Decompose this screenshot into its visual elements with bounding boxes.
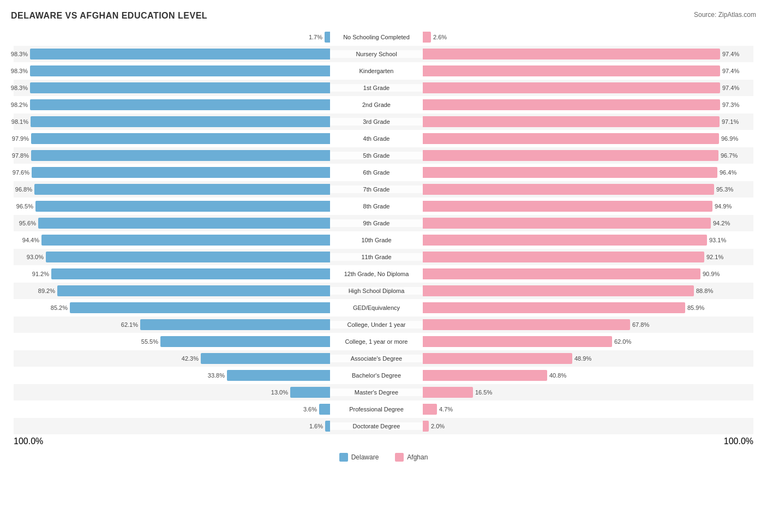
- bar-blue: [30, 82, 330, 93]
- right-value: 2.0%: [431, 423, 452, 429]
- bar-label: 1st Grade: [330, 84, 423, 92]
- bar-blue: [30, 65, 330, 76]
- bar-label: Bachelor's Degree: [330, 372, 423, 379]
- right-value: 90.9%: [703, 271, 723, 277]
- bar-pink: [423, 404, 437, 415]
- left-value: 3.6%: [296, 406, 317, 413]
- bar-label: No Schooling Completed: [330, 33, 423, 41]
- bar-blue: [31, 133, 330, 144]
- bar-pink: [423, 252, 704, 262]
- bar-blue: [41, 235, 330, 246]
- left-value: 85.2%: [47, 304, 68, 311]
- bar-label: High School Diploma: [330, 287, 423, 295]
- bar-label: 9th Grade: [330, 219, 423, 227]
- bar-row-wrapper: 95.6%9th Grade94.2%: [14, 215, 753, 231]
- right-value: 16.5%: [475, 389, 496, 396]
- right-value: 93.1%: [709, 237, 730, 243]
- right-value: 97.4%: [722, 68, 743, 74]
- bar-pink: [423, 150, 718, 161]
- right-value: 40.8%: [549, 372, 570, 379]
- legend-delaware-box: [339, 453, 348, 462]
- axis-labels: 100.0% 100.0%: [11, 437, 756, 446]
- bar-row-wrapper: 55.5%College, 1 year or more62.0%: [14, 333, 753, 350]
- left-value: 98.2%: [7, 101, 28, 108]
- legend-delaware: Delaware: [339, 453, 379, 462]
- right-value: 97.1%: [722, 118, 742, 125]
- left-value: 62.1%: [117, 321, 138, 328]
- bar-row-wrapper: 96.8%7th Grade95.3%: [14, 181, 753, 198]
- bar-label: College, Under 1 year: [330, 321, 423, 328]
- bar-label: 10th Grade: [330, 236, 423, 244]
- bar-row-wrapper: 97.8%5th Grade96.7%: [14, 147, 753, 164]
- chart-header: DELAWARE VS AFGHAN EDUCATION LEVEL Sourc…: [11, 11, 756, 21]
- bar-label: 7th Grade: [330, 186, 423, 193]
- legend-afghan-label: Afghan: [407, 453, 428, 461]
- bar-blue: [319, 404, 330, 415]
- left-value: 94.4%: [19, 237, 39, 243]
- right-value: 48.9%: [574, 355, 595, 362]
- right-value: 96.4%: [720, 169, 740, 176]
- left-value: 97.9%: [8, 135, 29, 142]
- right-value: 95.3%: [716, 186, 737, 193]
- bar-pink: [423, 268, 700, 279]
- bar-pink: [423, 302, 685, 313]
- bar-label: Associate's Degree: [330, 355, 423, 362]
- right-value: 94.2%: [713, 220, 734, 226]
- right-value: 4.7%: [439, 406, 460, 413]
- bar-blue: [70, 302, 330, 313]
- left-value: 96.5%: [13, 203, 33, 210]
- bar-blue: [290, 387, 330, 398]
- bar-label: 5th Grade: [330, 152, 423, 159]
- bar-row-wrapper: 97.6%6th Grade96.4%: [14, 164, 753, 181]
- bar-row-wrapper: 98.3%Nursery School97.4%: [14, 46, 753, 62]
- bar-blue: [160, 336, 330, 347]
- bar-row-wrapper: 98.1%3rd Grade97.1%: [14, 113, 753, 130]
- bar-row-wrapper: 1.6%Doctorate Degree2.0%: [14, 418, 753, 434]
- right-value: 97.3%: [722, 101, 743, 108]
- legend-afghan-box: [395, 453, 404, 462]
- bar-blue: [325, 32, 330, 43]
- bar-row-wrapper: 91.2%12th Grade, No Diploma90.9%: [14, 266, 753, 282]
- bar-pink: [423, 184, 714, 195]
- bar-blue: [30, 49, 330, 59]
- bar-label: Nursery School: [330, 50, 423, 58]
- left-value: 1.7%: [302, 34, 322, 40]
- bar-row-wrapper: 98.3%Kindergarten97.4%: [14, 63, 753, 79]
- legend-delaware-label: Delaware: [351, 453, 379, 461]
- bar-label: Master's Degree: [330, 388, 423, 396]
- legend-afghan: Afghan: [395, 453, 428, 462]
- bar-label: 8th Grade: [330, 202, 423, 210]
- bar-pink: [423, 387, 473, 398]
- bar-pink: [423, 116, 720, 127]
- bar-blue: [30, 99, 330, 110]
- right-value: 97.4%: [722, 51, 743, 57]
- right-value: 67.8%: [632, 321, 653, 328]
- bar-pink: [423, 65, 720, 76]
- bar-row-wrapper: 62.1%College, Under 1 year67.8%: [14, 316, 753, 333]
- bar-blue: [201, 353, 330, 364]
- left-value: 98.3%: [7, 51, 28, 57]
- left-value: 91.2%: [28, 271, 49, 277]
- left-value: 1.6%: [302, 423, 323, 429]
- bar-row-wrapper: 33.8%Bachelor's Degree40.8%: [14, 367, 753, 384]
- left-value: 98.1%: [8, 118, 28, 125]
- bar-pink: [423, 421, 429, 432]
- bar-blue: [325, 421, 330, 432]
- axis-right: 100.0%: [724, 437, 753, 446]
- bar-label: Professional Degree: [330, 405, 423, 413]
- bar-pink: [423, 133, 719, 144]
- bar-row-wrapper: 94.4%10th Grade93.1%: [14, 232, 753, 248]
- right-value: 96.7%: [721, 152, 741, 159]
- bar-row-wrapper: 98.3%1st Grade97.4%: [14, 80, 753, 96]
- bar-label: GED/Equivalency: [330, 304, 423, 312]
- right-value: 85.9%: [687, 304, 708, 311]
- bar-row-wrapper: 98.2%2nd Grade97.3%: [14, 97, 753, 113]
- bar-blue: [57, 285, 330, 296]
- bar-pink: [423, 285, 694, 296]
- left-value: 96.8%: [11, 186, 32, 193]
- bar-blue: [32, 167, 330, 178]
- left-value: 97.8%: [8, 152, 29, 159]
- bar-label: 12th Grade, No Diploma: [330, 270, 423, 278]
- chart-title: DELAWARE VS AFGHAN EDUCATION LEVEL: [11, 11, 207, 21]
- bar-blue: [227, 370, 330, 381]
